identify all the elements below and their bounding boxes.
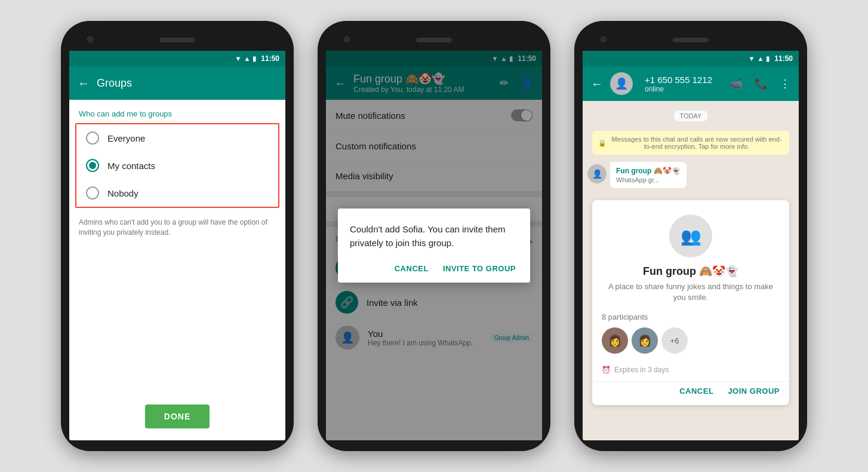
screen-content-2: Mute notifications Custom notifications …: [326, 100, 542, 440]
clock-icon: ⏰: [602, 366, 611, 374]
phone-3: ▼ ▲ ▮ 11:50 ← 👤 +1 650 555 1212 online 📹…: [574, 21, 807, 451]
phone-camera-2: [344, 36, 350, 42]
radio-everyone[interactable]: Everyone: [76, 124, 278, 152]
phone-camera-1: [87, 36, 93, 42]
invite-card-actions: CANCEL JOIN GROUP: [592, 381, 789, 405]
phone-screen-2: ▼ ▲ ▮ 11:50 ← Fun group 🙈🤡👻 Created by Y…: [326, 51, 542, 440]
invite-participants-count: 8 participants: [602, 312, 780, 321]
participant-avatar-2: 👩: [632, 327, 658, 354]
msg-subtitle: WhatsApp gr...: [616, 176, 681, 183]
contact-avatar-icon: 👤: [615, 77, 628, 90]
group-avatar-emoji: 👥: [681, 226, 701, 246]
section-label-1: Who can add me to groups: [69, 100, 285, 123]
phone-2: ▼ ▲ ▮ 11:50 ← Fun group 🙈🤡👻 Created by Y…: [318, 21, 550, 451]
invite-card-header: 👥 Fun group 🙈🤡👻 A place to share funny j…: [592, 200, 789, 312]
radio-label-nobody: Nobody: [107, 188, 138, 198]
signal-icon-3: ▲: [757, 55, 764, 62]
phone-screen-1: ▼ ▲ ▮ 11:50 ← Groups Who can add me to g…: [69, 51, 285, 440]
contact-status: online: [645, 85, 718, 93]
radio-outer-mycontacts: [86, 159, 99, 172]
encryption-message: 🔒 Messages to this chat and calls are no…: [592, 131, 789, 155]
status-icons-1: ▼ ▲ ▮ 11:50: [235, 54, 279, 63]
contact-avatar[interactable]: 👤: [610, 72, 633, 95]
status-time-1: 11:50: [261, 54, 279, 63]
group-message-bubble: Fun group 🙈🤡👻 WhatsApp gr...: [610, 162, 687, 188]
done-button[interactable]: DONE: [145, 404, 210, 428]
radio-label-everyone: Everyone: [107, 133, 145, 143]
phone-speaker-3: [673, 38, 709, 42]
signal-icon: ▲: [244, 55, 250, 62]
today-label: TODAY: [674, 111, 708, 121]
radio-mycontacts[interactable]: My contacts: [76, 152, 278, 179]
wifi-icon: ▼: [235, 55, 242, 62]
back-button-3[interactable]: ←: [591, 77, 603, 91]
dialog-message: Couldn't add Sofia. You can invite them …: [350, 223, 518, 250]
phone-speaker-1: [159, 38, 195, 42]
chat-background: TODAY 🔒 Messages to this chat and calls …: [583, 101, 799, 440]
battery-icon-3: ▮: [766, 55, 769, 63]
status-bar-1: ▼ ▲ ▮ 11:50: [69, 51, 285, 66]
back-button-1[interactable]: ←: [78, 76, 90, 90]
sender-avatar: 👤: [587, 164, 607, 183]
more-icon[interactable]: ⋮: [780, 77, 790, 90]
encryption-text: Messages to this chat and calls are now …: [610, 136, 783, 150]
screen-title-1: Groups: [97, 77, 277, 90]
contact-name: +1 650 555 1212: [645, 75, 718, 85]
phone-top-bar-2: [326, 32, 542, 48]
phone-screen-3: ▼ ▲ ▮ 11:50 ← 👤 +1 650 555 1212 online 📹…: [583, 51, 799, 440]
phone-camera-3: [601, 36, 607, 42]
invite-card: 👥 Fun group 🙈🤡👻 A place to share funny j…: [592, 200, 789, 405]
video-call-icon[interactable]: 📹: [730, 77, 743, 90]
dialog-overlay: Couldn't add Sofia. You can invite them …: [326, 100, 542, 440]
app-bar-1: ← Groups: [69, 66, 285, 100]
radio-outer-everyone: [86, 131, 99, 145]
participant-avatars: 👩 👩 +6: [602, 327, 780, 354]
radio-nobody[interactable]: Nobody: [76, 179, 278, 207]
status-icons-3: ▼ ▲ ▮ 11:50: [749, 54, 793, 63]
group-avatar-large: 👥: [669, 214, 712, 258]
phone-top-bar-3: [583, 32, 799, 48]
lock-icon: 🔒: [598, 139, 607, 147]
chat-messages: TODAY 🔒 Messages to this chat and calls …: [583, 101, 799, 419]
app-bar-3: ← 👤 +1 650 555 1212 online 📹 📞 ⋮: [583, 66, 799, 101]
invite-participants-section: 8 participants 👩 👩 +6: [592, 312, 789, 366]
dialog-box: Couldn't add Sofia. You can invite them …: [338, 209, 530, 283]
invite-group-desc: A place to share funny jokes and things …: [604, 281, 777, 303]
phone-1: ▼ ▲ ▮ 11:50 ← Groups Who can add me to g…: [61, 21, 294, 451]
wifi-icon-3: ▼: [749, 55, 755, 62]
phone-speaker-2: [416, 38, 452, 42]
dialog-actions: CANCEL INVITE TO GROUP: [350, 262, 518, 275]
radio-outer-nobody: [86, 186, 99, 200]
msg-sender-name: Fun group 🙈🤡👻: [616, 167, 681, 175]
contact-info: +1 650 555 1212 online: [645, 75, 718, 93]
dialog-confirm-button[interactable]: INVITE TO GROUP: [441, 262, 518, 275]
participant-avatar-1: 👩: [602, 327, 628, 354]
join-group-button[interactable]: JOIN GROUP: [728, 387, 780, 396]
battery-icon: ▮: [253, 55, 256, 63]
expires-container: ⏰ Expires in 3 days: [592, 366, 789, 381]
status-time-3: 11:50: [774, 54, 793, 63]
group-msg-container: 👤 Fun group 🙈🤡👻 WhatsApp gr...: [587, 162, 794, 188]
call-icon[interactable]: 📞: [755, 77, 768, 90]
helper-text-1: Admins who can't add you to a group will…: [69, 208, 285, 247]
more-participants-badge: +6: [661, 327, 688, 354]
screen-content-1: Who can add me to groups Everyone My con…: [69, 100, 285, 440]
expires-label: Expires in 3 days: [614, 366, 669, 374]
status-bar-3: ▼ ▲ ▮ 11:50: [583, 51, 799, 66]
invite-group-name: Fun group 🙈🤡👻: [643, 265, 738, 278]
radio-group-box: Everyone My contacts Nobody: [75, 123, 279, 208]
cancel-invite-button[interactable]: CANCEL: [679, 387, 713, 396]
radio-inner-mycontacts: [89, 162, 96, 169]
today-label-container: TODAY: [583, 111, 799, 121]
radio-label-mycontacts: My contacts: [107, 161, 155, 171]
dialog-cancel-button[interactable]: CANCEL: [392, 262, 431, 275]
phone-top-bar-1: [69, 32, 285, 48]
